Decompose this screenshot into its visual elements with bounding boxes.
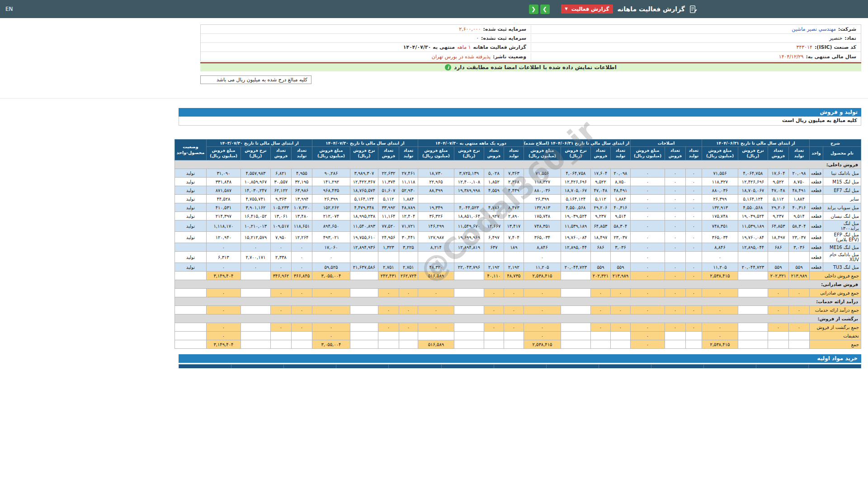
value-cell: ۱۳۲,۹۱۳: [524, 203, 561, 212]
value-cell: ۰: [378, 289, 399, 297]
header-cell: نام محصول: [823, 147, 861, 160]
value-cell: ۰: [590, 289, 610, 297]
header-cell: وضعیت محصول-واحد: [175, 140, 206, 160]
value-cell: ۴۸,۴۹۱: [789, 186, 810, 195]
value-cell: ۶۴,۸۵۳: [768, 221, 789, 232]
value-cell: ۷,۳۶۳: [504, 169, 524, 178]
value-cell: ۴۸,۴۹۱: [610, 186, 630, 195]
value-cell: ۱۸,۸۵۱,۰۶۴: [454, 212, 484, 221]
value-cell: ۳,۰۳۶: [610, 243, 630, 252]
value-cell: ۲۶,۳۹۹: [702, 195, 738, 203]
unit-cell: قطعه: [810, 232, 823, 243]
value-cell: ۰: [665, 243, 686, 252]
nav-forward-button[interactable]: ❯: [540, 5, 550, 14]
production-sales-table-wrap: @Codal360_ir شرحاز ابتدای سال مالی تا تا…: [179, 139, 861, 349]
value-cell: ۰: [399, 289, 418, 297]
info-section: شرکت: مهندسي نصير ماشين سرمایه ثبت شده: …: [165, 24, 868, 84]
value-cell: [561, 323, 590, 332]
value-cell: ۰: [686, 178, 702, 186]
header-cell: [546, 365, 599, 369]
value-cell: ۲۴۲,۴۳۱: [378, 272, 399, 280]
notice-text: اطلاعات نمایش داده شده با اطلاعات امضا ش…: [454, 64, 617, 70]
value-cell: ۱۹,۰۳۹,۵۲۴: [738, 212, 768, 221]
value-cell: [241, 323, 270, 332]
value-cell: ۶۸۶: [768, 243, 789, 252]
company-info-row: سال مالی منتهی به: ۱۴۰۴/۱۲/۲۹ وضعیت ناشر…: [201, 52, 861, 61]
value-cell: [561, 332, 590, 340]
value-cell: ۰: [524, 289, 561, 297]
company-field: سرمایه ثبت نشده: ۰: [201, 34, 531, 42]
value-cell: ۸,۷۵۰: [789, 178, 810, 186]
header-cell: از ابتدای سال مالی تا تاریخ ۱۴۰۴/۰۶/۳۱ (…: [524, 140, 630, 147]
value-cell: [561, 306, 590, 314]
value-cell: [590, 252, 610, 263]
value-cell: [590, 332, 610, 340]
value-cell: ۱,۱۱۸,۱۷۰: [206, 221, 241, 232]
value-cell: ۰: [312, 332, 350, 340]
value-cell: ۶۳,۹۸۶: [291, 186, 312, 195]
value-cell: ۰: [686, 186, 702, 195]
value-cell: ۰: [524, 323, 561, 332]
value-cell: ۱۰۵,۲۳۳: [270, 203, 291, 212]
report-type-dropdown[interactable]: گزارش فعالیت ▼: [561, 5, 613, 14]
value-cell: ۸,۸۴۶: [702, 243, 738, 252]
value-cell: ۰: [270, 323, 291, 332]
field-value: خنصير: [829, 35, 842, 41]
value-cell: ۲,۷۵۱: [399, 263, 418, 272]
field-label: سرمایه ثبت شده:: [483, 26, 526, 32]
value-cell: ۴۸,۷۳۵: [504, 272, 524, 280]
value-cell: ۱۵۲,۲۶۲: [312, 203, 350, 212]
value-cell: ۳,۱۴۹,۴۰۴: [206, 272, 241, 280]
value-cell: ۰: [312, 252, 350, 263]
value-cell: ۸,۲۱۴: [418, 243, 454, 252]
value-cell: [418, 195, 454, 203]
value-cell: ۱۲,۸۹۴,۸۱۹: [454, 243, 484, 252]
section-divider: [0, 98, 868, 99]
value-cell: ۵,۱۶۴,۱۲۴: [738, 195, 768, 203]
value-cell: [768, 332, 789, 340]
value-cell: ۳۰,۵۵۷: [270, 178, 291, 186]
value-cell: [610, 340, 630, 349]
value-cell: ۶۴,۸۵۳: [590, 221, 610, 232]
value-cell: ۵,۰۲۸: [484, 169, 504, 178]
header-cell: تعداد فروش: [484, 147, 504, 160]
value-cell: ۴,۴۷۹,۳۴۸: [350, 203, 378, 212]
value-cell: ۱۷۵,۷۴۸: [702, 212, 738, 221]
production-table-body: فروش داخلی:میل بادامک تیباقطعه۲۰,۰۹۸۱۷,۶…: [175, 160, 861, 349]
header-cell: [599, 365, 651, 369]
value-cell: ۹,۵۱۴: [789, 212, 810, 221]
unit-cell: قطعه: [810, 252, 823, 263]
value-cell: ۰: [399, 323, 418, 332]
value-cell: [610, 252, 630, 263]
header-cell: تعداد تولید: [399, 147, 418, 160]
company-name-link[interactable]: مهندسي نصير ماشين: [792, 26, 836, 32]
header-cell: [336, 365, 389, 369]
value-cell: ۰: [630, 243, 665, 252]
value-cell: [738, 332, 768, 340]
value-cell: ۴۷,۰۴۸: [590, 186, 610, 195]
value-cell: ۰: [630, 340, 665, 349]
header-cell: نرخ فروش (ریال): [454, 147, 484, 160]
value-cell: ۰: [291, 306, 312, 314]
sub-header-row: نام محصولواحدتعداد تولیدتعداد فروشنرخ فر…: [175, 147, 861, 160]
total-label-cell: جمع برگشت از فروش: [810, 323, 861, 332]
value-cell: ۰: [206, 332, 241, 340]
header-cell: از ابتدای سال مالی تا تاریخ ۱۴۰۳/۰۷/۳۰: [206, 140, 312, 147]
nav-back-button[interactable]: ❮: [529, 5, 538, 14]
value-cell: ۰: [524, 252, 561, 263]
status-cell: [175, 332, 206, 340]
section-title: خرید مواد اولیه: [817, 355, 858, 361]
language-toggle[interactable]: EN: [5, 6, 13, 12]
value-cell: ۴۴,۵۲۸: [206, 195, 241, 203]
value-cell: [738, 306, 768, 314]
value-cell: [241, 289, 270, 297]
value-cell: ۳۰,۴۴۱: [399, 232, 418, 243]
value-cell: [270, 340, 291, 349]
value-cell: [504, 332, 524, 340]
value-cell: ۷۱,۷۲۱: [399, 221, 418, 232]
value-cell: ۲۷,۴۶۱: [399, 169, 418, 178]
section-row: برگشت از فروش:: [175, 314, 861, 323]
value-cell: ۳۶,۳۲۶: [418, 212, 454, 221]
header-cell: [756, 365, 808, 369]
value-cell: ۰: [665, 272, 686, 280]
